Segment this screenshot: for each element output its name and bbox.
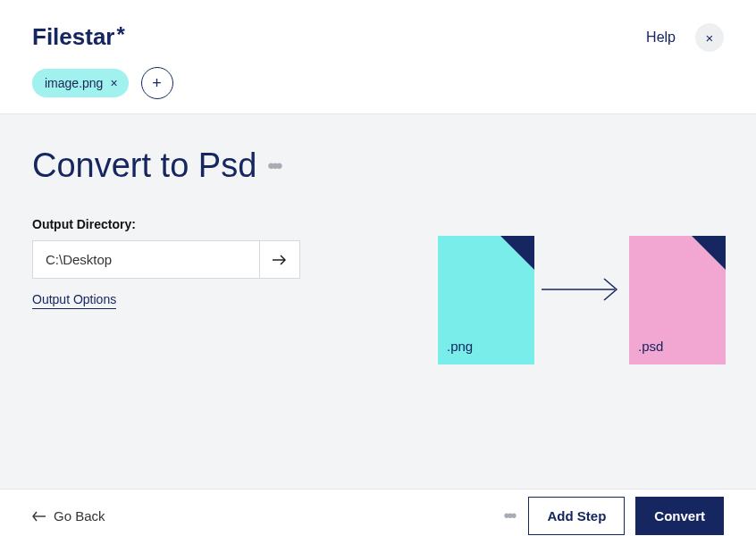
file-chip-row: image.png × + — [32, 67, 173, 99]
plus-icon: + — [152, 74, 162, 93]
conversion-arrow — [542, 276, 622, 303]
output-directory-label: Output Directory: — [32, 217, 300, 231]
main-content: Convert to Psd ••• Output Directory: Out… — [0, 114, 756, 489]
file-corner-fold — [500, 236, 534, 270]
file-chip[interactable]: image.png × — [32, 69, 129, 97]
output-directory-input[interactable] — [32, 240, 259, 279]
app-logo: Filestar * — [32, 23, 173, 51]
source-ext-label: .png — [447, 339, 473, 354]
app-header: Filestar * image.png × + Help × — [0, 0, 756, 114]
output-options-link[interactable]: Output Options — [32, 292, 116, 309]
go-back-label: Go Back — [54, 508, 105, 523]
page-title: Convert to Psd — [32, 147, 256, 185]
output-directory-group — [32, 240, 300, 279]
help-link[interactable]: Help — [646, 29, 676, 46]
close-icon: × — [706, 30, 714, 46]
output-settings: Output Directory: Output Options — [32, 217, 300, 307]
browse-directory-button[interactable] — [259, 240, 300, 279]
page-title-row: Convert to Psd ••• — [32, 147, 724, 185]
go-back-button[interactable]: Go Back — [32, 508, 105, 523]
file-corner-fold — [692, 236, 726, 270]
target-file-icon: .psd — [629, 236, 726, 364]
file-chip-label: image.png — [45, 76, 103, 90]
arrow-right-icon — [542, 276, 622, 303]
close-app-button[interactable]: × — [695, 23, 724, 52]
conversion-diagram: .png .psd — [438, 236, 726, 364]
footer-bar: Go Back ••• Add Step Convert — [0, 489, 756, 536]
convert-button[interactable]: Convert — [635, 497, 724, 535]
title-more-icon[interactable]: ••• — [267, 155, 279, 177]
header-left: Filestar * image.png × + — [32, 23, 173, 99]
source-file-icon: .png — [438, 236, 534, 364]
target-ext-label: .psd — [638, 339, 663, 354]
add-file-button[interactable]: + — [141, 67, 173, 99]
app-name: Filestar — [32, 23, 115, 51]
footer-actions: ••• Add Step Convert — [503, 497, 724, 535]
arrow-left-icon — [32, 511, 46, 522]
remove-file-icon[interactable]: × — [110, 76, 117, 90]
asterisk-icon: * — [117, 22, 125, 47]
header-right: Help × — [646, 23, 724, 52]
footer-more-icon[interactable]: ••• — [503, 506, 514, 526]
arrow-right-icon — [272, 254, 288, 266]
add-step-button[interactable]: Add Step — [528, 497, 625, 535]
